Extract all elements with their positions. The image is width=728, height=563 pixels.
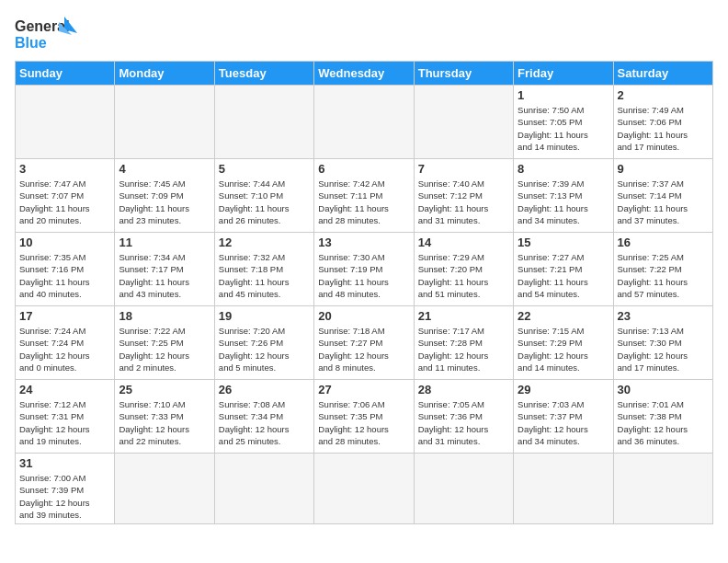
- day-number: 11: [119, 236, 210, 249]
- day-number: 15: [518, 236, 609, 249]
- day-info: Sunrise: 7:20 AM Sunset: 7:26 PM Dayligh…: [219, 325, 310, 373]
- calendar-cell: [115, 454, 214, 524]
- day-number: 28: [418, 383, 509, 396]
- day-header-saturday: Saturday: [613, 62, 712, 86]
- day-info: Sunrise: 7:47 AM Sunset: 7:07 PM Dayligh…: [19, 178, 110, 226]
- day-number: 10: [19, 236, 110, 249]
- day-info: Sunrise: 7:44 AM Sunset: 7:10 PM Dayligh…: [219, 178, 310, 226]
- day-number: 23: [618, 309, 709, 323]
- day-info: Sunrise: 7:37 AM Sunset: 7:14 PM Dayligh…: [618, 178, 709, 226]
- day-header-wednesday: Wednesday: [314, 62, 414, 86]
- day-info: Sunrise: 7:12 AM Sunset: 7:31 PM Dayligh…: [19, 398, 110, 447]
- logo: GeneralBlue: [15, 15, 79, 53]
- day-number: 12: [219, 236, 310, 249]
- calendar-cell: 28Sunrise: 7:05 AM Sunset: 7:36 PM Dayli…: [414, 380, 513, 454]
- calendar-cell: 30Sunrise: 7:01 AM Sunset: 7:38 PM Dayli…: [613, 380, 712, 454]
- calendar-cell: 1Sunrise: 7:50 AM Sunset: 7:05 PM Daylig…: [514, 86, 613, 159]
- generalblue-logo: GeneralBlue: [15, 15, 79, 53]
- day-info: Sunrise: 7:01 AM Sunset: 7:38 PM Dayligh…: [618, 398, 709, 447]
- day-info: Sunrise: 7:05 AM Sunset: 7:36 PM Dayligh…: [418, 398, 509, 447]
- calendar-cell: 5Sunrise: 7:44 AM Sunset: 7:10 PM Daylig…: [214, 159, 313, 233]
- day-info: Sunrise: 7:10 AM Sunset: 7:33 PM Dayligh…: [119, 398, 210, 447]
- day-info: Sunrise: 7:30 AM Sunset: 7:19 PM Dayligh…: [318, 251, 409, 300]
- day-number: 22: [518, 309, 609, 323]
- day-info: Sunrise: 7:22 AM Sunset: 7:25 PM Dayligh…: [119, 325, 210, 373]
- day-number: 29: [518, 383, 609, 396]
- day-number: 27: [318, 383, 409, 396]
- day-info: Sunrise: 7:08 AM Sunset: 7:34 PM Dayligh…: [219, 398, 310, 447]
- day-header-monday: Monday: [115, 62, 214, 86]
- day-number: 2: [618, 88, 709, 102]
- day-info: Sunrise: 7:32 AM Sunset: 7:18 PM Dayligh…: [219, 251, 310, 300]
- calendar-cell: 8Sunrise: 7:39 AM Sunset: 7:13 PM Daylig…: [514, 159, 613, 233]
- calendar-cell: 27Sunrise: 7:06 AM Sunset: 7:35 PM Dayli…: [314, 380, 414, 454]
- day-number: 13: [318, 236, 409, 249]
- calendar-cell: 7Sunrise: 7:40 AM Sunset: 7:12 PM Daylig…: [414, 159, 513, 233]
- day-number: 17: [19, 309, 110, 323]
- calendar-cell: 9Sunrise: 7:37 AM Sunset: 7:14 PM Daylig…: [613, 159, 712, 233]
- day-info: Sunrise: 7:29 AM Sunset: 7:20 PM Dayligh…: [418, 251, 509, 300]
- calendar-cell: [214, 86, 313, 159]
- calendar-cell: [214, 454, 313, 524]
- calendar-cell: [514, 454, 613, 524]
- calendar-cell: 14Sunrise: 7:29 AM Sunset: 7:20 PM Dayli…: [414, 233, 513, 306]
- calendar-cell: 11Sunrise: 7:34 AM Sunset: 7:17 PM Dayli…: [115, 233, 214, 306]
- calendar-cell: 16Sunrise: 7:25 AM Sunset: 7:22 PM Dayli…: [613, 233, 712, 306]
- day-number: 26: [219, 383, 310, 396]
- calendar-cell: 2Sunrise: 7:49 AM Sunset: 7:06 PM Daylig…: [613, 86, 712, 159]
- day-header-tuesday: Tuesday: [214, 62, 313, 86]
- calendar-cell: 25Sunrise: 7:10 AM Sunset: 7:33 PM Dayli…: [115, 380, 214, 454]
- day-number: 16: [618, 236, 709, 249]
- day-info: Sunrise: 7:06 AM Sunset: 7:35 PM Dayligh…: [318, 398, 409, 447]
- day-info: Sunrise: 7:45 AM Sunset: 7:09 PM Dayligh…: [119, 178, 210, 226]
- calendar-cell: 17Sunrise: 7:24 AM Sunset: 7:24 PM Dayli…: [16, 306, 115, 380]
- day-info: Sunrise: 7:15 AM Sunset: 7:29 PM Dayligh…: [518, 325, 609, 373]
- calendar-cell: 23Sunrise: 7:13 AM Sunset: 7:30 PM Dayli…: [613, 306, 712, 380]
- day-number: 1: [518, 88, 609, 102]
- day-info: Sunrise: 7:17 AM Sunset: 7:28 PM Dayligh…: [418, 325, 509, 373]
- calendar-cell: [613, 454, 712, 524]
- day-header-sunday: Sunday: [16, 62, 115, 86]
- day-info: Sunrise: 7:39 AM Sunset: 7:13 PM Dayligh…: [518, 178, 609, 226]
- day-number: 4: [119, 162, 210, 176]
- calendar-cell: [314, 454, 414, 524]
- day-info: Sunrise: 7:40 AM Sunset: 7:12 PM Dayligh…: [418, 178, 509, 226]
- day-info: Sunrise: 7:50 AM Sunset: 7:05 PM Dayligh…: [518, 104, 609, 153]
- day-number: 21: [418, 309, 509, 323]
- day-info: Sunrise: 7:03 AM Sunset: 7:37 PM Dayligh…: [518, 398, 609, 447]
- calendar-cell: 6Sunrise: 7:42 AM Sunset: 7:11 PM Daylig…: [314, 159, 414, 233]
- day-number: 31: [19, 456, 110, 470]
- day-number: 14: [418, 236, 509, 249]
- day-number: 19: [219, 309, 310, 323]
- calendar-cell: 21Sunrise: 7:17 AM Sunset: 7:28 PM Dayli…: [414, 306, 513, 380]
- day-info: Sunrise: 7:27 AM Sunset: 7:21 PM Dayligh…: [518, 251, 609, 300]
- calendar-cell: 29Sunrise: 7:03 AM Sunset: 7:37 PM Dayli…: [514, 380, 613, 454]
- day-info: Sunrise: 7:25 AM Sunset: 7:22 PM Dayligh…: [618, 251, 709, 300]
- day-number: 20: [318, 309, 409, 323]
- calendar-cell: 31Sunrise: 7:00 AM Sunset: 7:39 PM Dayli…: [16, 454, 115, 524]
- day-info: Sunrise: 7:42 AM Sunset: 7:11 PM Dayligh…: [318, 178, 409, 226]
- header: GeneralBlue: [15, 15, 713, 53]
- day-number: 30: [618, 383, 709, 396]
- calendar-cell: 19Sunrise: 7:20 AM Sunset: 7:26 PM Dayli…: [214, 306, 313, 380]
- calendar-cell: 13Sunrise: 7:30 AM Sunset: 7:19 PM Dayli…: [314, 233, 414, 306]
- day-number: 18: [119, 309, 210, 323]
- day-number: 7: [418, 162, 509, 176]
- day-info: Sunrise: 7:13 AM Sunset: 7:30 PM Dayligh…: [618, 325, 709, 373]
- calendar-cell: 24Sunrise: 7:12 AM Sunset: 7:31 PM Dayli…: [16, 380, 115, 454]
- calendar-cell: [314, 86, 414, 159]
- day-header-thursday: Thursday: [414, 62, 513, 86]
- calendar-cell: 20Sunrise: 7:18 AM Sunset: 7:27 PM Dayli…: [314, 306, 414, 380]
- day-info: Sunrise: 7:00 AM Sunset: 7:39 PM Dayligh…: [19, 472, 110, 521]
- day-info: Sunrise: 7:35 AM Sunset: 7:16 PM Dayligh…: [19, 251, 110, 300]
- day-number: 6: [318, 162, 409, 176]
- calendar-cell: [16, 86, 115, 159]
- calendar-table: SundayMondayTuesdayWednesdayThursdayFrid…: [15, 61, 713, 524]
- day-number: 3: [19, 162, 110, 176]
- calendar-cell: 10Sunrise: 7:35 AM Sunset: 7:16 PM Dayli…: [16, 233, 115, 306]
- day-info: Sunrise: 7:24 AM Sunset: 7:24 PM Dayligh…: [19, 325, 110, 373]
- day-info: Sunrise: 7:49 AM Sunset: 7:06 PM Dayligh…: [618, 104, 709, 153]
- calendar-cell: 15Sunrise: 7:27 AM Sunset: 7:21 PM Dayli…: [514, 233, 613, 306]
- calendar-cell: 26Sunrise: 7:08 AM Sunset: 7:34 PM Dayli…: [214, 380, 313, 454]
- calendar-cell: 22Sunrise: 7:15 AM Sunset: 7:29 PM Dayli…: [514, 306, 613, 380]
